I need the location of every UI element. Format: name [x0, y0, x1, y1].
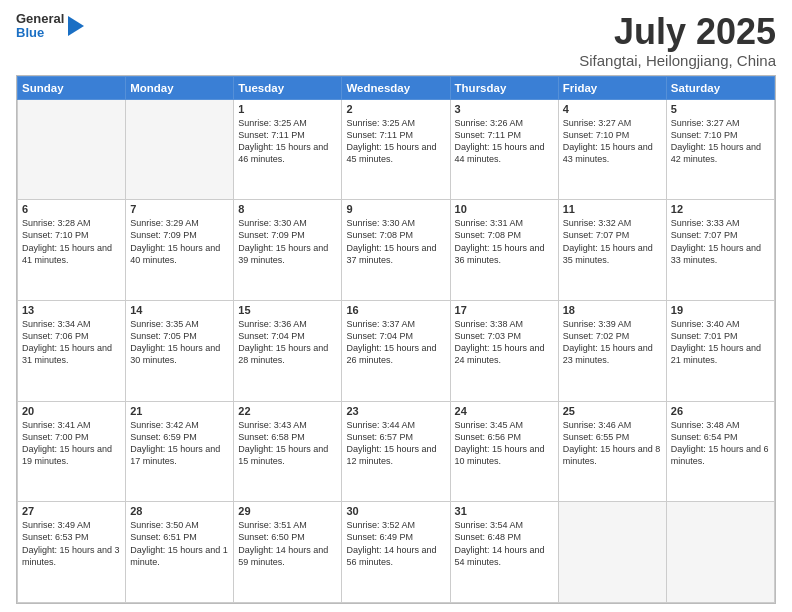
cell-info: Sunrise: 3:45 AM Sunset: 6:56 PM Dayligh… [455, 419, 554, 468]
cell-info: Sunrise: 3:50 AM Sunset: 6:51 PM Dayligh… [130, 519, 229, 568]
table-row: 2Sunrise: 3:25 AM Sunset: 7:11 PM Daylig… [342, 99, 450, 200]
calendar-week-row: 1Sunrise: 3:25 AM Sunset: 7:11 PM Daylig… [18, 99, 775, 200]
cell-info: Sunrise: 3:31 AM Sunset: 7:08 PM Dayligh… [455, 217, 554, 266]
cell-info: Sunrise: 3:44 AM Sunset: 6:57 PM Dayligh… [346, 419, 445, 468]
day-number: 19 [671, 304, 770, 316]
cell-info: Sunrise: 3:26 AM Sunset: 7:11 PM Dayligh… [455, 117, 554, 166]
day-number: 3 [455, 103, 554, 115]
table-row: 9Sunrise: 3:30 AM Sunset: 7:08 PM Daylig… [342, 200, 450, 301]
table-row: 11Sunrise: 3:32 AM Sunset: 7:07 PM Dayli… [558, 200, 666, 301]
logo-arrow-icon [68, 16, 84, 36]
table-row: 14Sunrise: 3:35 AM Sunset: 7:05 PM Dayli… [126, 300, 234, 401]
day-number: 10 [455, 203, 554, 215]
table-row [558, 502, 666, 603]
day-number: 1 [238, 103, 337, 115]
table-row: 25Sunrise: 3:46 AM Sunset: 6:55 PM Dayli… [558, 401, 666, 502]
table-row: 4Sunrise: 3:27 AM Sunset: 7:10 PM Daylig… [558, 99, 666, 200]
day-number: 26 [671, 405, 770, 417]
cell-info: Sunrise: 3:28 AM Sunset: 7:10 PM Dayligh… [22, 217, 121, 266]
day-number: 8 [238, 203, 337, 215]
day-number: 29 [238, 505, 337, 517]
cell-info: Sunrise: 3:36 AM Sunset: 7:04 PM Dayligh… [238, 318, 337, 367]
day-number: 13 [22, 304, 121, 316]
cell-info: Sunrise: 3:42 AM Sunset: 6:59 PM Dayligh… [130, 419, 229, 468]
day-number: 15 [238, 304, 337, 316]
cell-info: Sunrise: 3:25 AM Sunset: 7:11 PM Dayligh… [346, 117, 445, 166]
table-row: 3Sunrise: 3:26 AM Sunset: 7:11 PM Daylig… [450, 99, 558, 200]
day-number: 21 [130, 405, 229, 417]
subtitle: Sifangtai, Heilongjiang, China [579, 52, 776, 69]
table-row: 31Sunrise: 3:54 AM Sunset: 6:48 PM Dayli… [450, 502, 558, 603]
svg-marker-0 [68, 16, 84, 36]
cell-info: Sunrise: 3:38 AM Sunset: 7:03 PM Dayligh… [455, 318, 554, 367]
col-monday: Monday [126, 76, 234, 99]
cell-info: Sunrise: 3:40 AM Sunset: 7:01 PM Dayligh… [671, 318, 770, 367]
table-row: 28Sunrise: 3:50 AM Sunset: 6:51 PM Dayli… [126, 502, 234, 603]
day-number: 7 [130, 203, 229, 215]
col-tuesday: Tuesday [234, 76, 342, 99]
day-number: 6 [22, 203, 121, 215]
table-row: 23Sunrise: 3:44 AM Sunset: 6:57 PM Dayli… [342, 401, 450, 502]
day-number: 22 [238, 405, 337, 417]
day-number: 9 [346, 203, 445, 215]
table-row: 24Sunrise: 3:45 AM Sunset: 6:56 PM Dayli… [450, 401, 558, 502]
day-number: 25 [563, 405, 662, 417]
table-row: 17Sunrise: 3:38 AM Sunset: 7:03 PM Dayli… [450, 300, 558, 401]
day-number: 14 [130, 304, 229, 316]
cell-info: Sunrise: 3:51 AM Sunset: 6:50 PM Dayligh… [238, 519, 337, 568]
cell-info: Sunrise: 3:52 AM Sunset: 6:49 PM Dayligh… [346, 519, 445, 568]
cell-info: Sunrise: 3:46 AM Sunset: 6:55 PM Dayligh… [563, 419, 662, 468]
day-number: 11 [563, 203, 662, 215]
table-row: 15Sunrise: 3:36 AM Sunset: 7:04 PM Dayli… [234, 300, 342, 401]
cell-info: Sunrise: 3:37 AM Sunset: 7:04 PM Dayligh… [346, 318, 445, 367]
cell-info: Sunrise: 3:48 AM Sunset: 6:54 PM Dayligh… [671, 419, 770, 468]
day-number: 17 [455, 304, 554, 316]
table-row: 12Sunrise: 3:33 AM Sunset: 7:07 PM Dayli… [666, 200, 774, 301]
day-number: 5 [671, 103, 770, 115]
table-row: 21Sunrise: 3:42 AM Sunset: 6:59 PM Dayli… [126, 401, 234, 502]
cell-info: Sunrise: 3:30 AM Sunset: 7:09 PM Dayligh… [238, 217, 337, 266]
table-row: 27Sunrise: 3:49 AM Sunset: 6:53 PM Dayli… [18, 502, 126, 603]
table-row: 1Sunrise: 3:25 AM Sunset: 7:11 PM Daylig… [234, 99, 342, 200]
table-row: 16Sunrise: 3:37 AM Sunset: 7:04 PM Dayli… [342, 300, 450, 401]
col-thursday: Thursday [450, 76, 558, 99]
day-number: 12 [671, 203, 770, 215]
col-saturday: Saturday [666, 76, 774, 99]
table-row: 6Sunrise: 3:28 AM Sunset: 7:10 PM Daylig… [18, 200, 126, 301]
table-row: 22Sunrise: 3:43 AM Sunset: 6:58 PM Dayli… [234, 401, 342, 502]
day-number: 30 [346, 505, 445, 517]
cell-info: Sunrise: 3:33 AM Sunset: 7:07 PM Dayligh… [671, 217, 770, 266]
table-row: 10Sunrise: 3:31 AM Sunset: 7:08 PM Dayli… [450, 200, 558, 301]
col-friday: Friday [558, 76, 666, 99]
main-title: July 2025 [579, 12, 776, 52]
table-row: 5Sunrise: 3:27 AM Sunset: 7:10 PM Daylig… [666, 99, 774, 200]
table-row: 26Sunrise: 3:48 AM Sunset: 6:54 PM Dayli… [666, 401, 774, 502]
table-row: 29Sunrise: 3:51 AM Sunset: 6:50 PM Dayli… [234, 502, 342, 603]
cell-info: Sunrise: 3:41 AM Sunset: 7:00 PM Dayligh… [22, 419, 121, 468]
cell-info: Sunrise: 3:49 AM Sunset: 6:53 PM Dayligh… [22, 519, 121, 568]
page: General Blue July 2025 Sifangtai, Heilon… [0, 0, 792, 612]
table-row [18, 99, 126, 200]
day-number: 31 [455, 505, 554, 517]
cell-info: Sunrise: 3:43 AM Sunset: 6:58 PM Dayligh… [238, 419, 337, 468]
day-number: 20 [22, 405, 121, 417]
col-wednesday: Wednesday [342, 76, 450, 99]
calendar-week-row: 20Sunrise: 3:41 AM Sunset: 7:00 PM Dayli… [18, 401, 775, 502]
table-row: 19Sunrise: 3:40 AM Sunset: 7:01 PM Dayli… [666, 300, 774, 401]
calendar-week-row: 27Sunrise: 3:49 AM Sunset: 6:53 PM Dayli… [18, 502, 775, 603]
day-number: 2 [346, 103, 445, 115]
table-row: 8Sunrise: 3:30 AM Sunset: 7:09 PM Daylig… [234, 200, 342, 301]
cell-info: Sunrise: 3:35 AM Sunset: 7:05 PM Dayligh… [130, 318, 229, 367]
day-number: 23 [346, 405, 445, 417]
day-number: 28 [130, 505, 229, 517]
cell-info: Sunrise: 3:27 AM Sunset: 7:10 PM Dayligh… [671, 117, 770, 166]
cell-info: Sunrise: 3:39 AM Sunset: 7:02 PM Dayligh… [563, 318, 662, 367]
header: General Blue July 2025 Sifangtai, Heilon… [16, 12, 776, 69]
table-row: 30Sunrise: 3:52 AM Sunset: 6:49 PM Dayli… [342, 502, 450, 603]
calendar-week-row: 13Sunrise: 3:34 AM Sunset: 7:06 PM Dayli… [18, 300, 775, 401]
calendar-week-row: 6Sunrise: 3:28 AM Sunset: 7:10 PM Daylig… [18, 200, 775, 301]
table-row: 7Sunrise: 3:29 AM Sunset: 7:09 PM Daylig… [126, 200, 234, 301]
col-sunday: Sunday [18, 76, 126, 99]
day-number: 18 [563, 304, 662, 316]
table-row [666, 502, 774, 603]
